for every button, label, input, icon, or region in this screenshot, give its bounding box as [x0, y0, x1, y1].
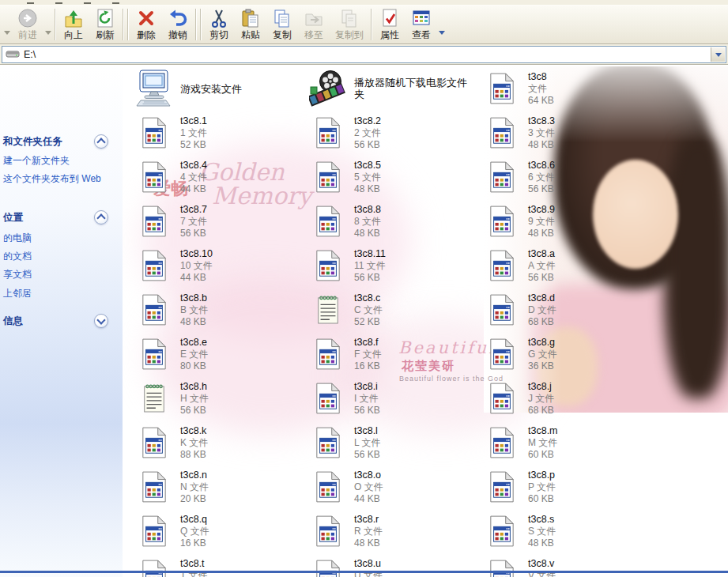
file-tile[interactable]: t3c8.88 文件48 KB — [297, 199, 471, 243]
file-tile[interactable]: 游戏安装文件 — [123, 66, 297, 111]
menu-item-mark — [55, 2, 62, 4]
file-name: t3c8.4 — [180, 160, 207, 172]
file-tile[interactable]: t3c8.kK 文件88 KB — [123, 420, 297, 465]
file-tile-text: t3c8.88 文件48 KB — [354, 204, 381, 239]
file-tile[interactable]: t3c8.jJ 文件68 KB — [471, 376, 645, 420]
file-size: 36 KB — [528, 360, 557, 372]
file-tile[interactable]: t3c8.1010 文件44 KB — [123, 243, 297, 288]
file-tile[interactable]: t3c8.rR 文件48 KB — [297, 509, 471, 553]
appfile-icon — [482, 382, 522, 415]
file-size: 60 KB — [528, 493, 556, 505]
file-tile-text: t3c8.22 文件56 KB — [354, 115, 381, 151]
file-tile[interactable]: 播放器随机下载电影文件夹 — [297, 66, 471, 111]
file-tile-text: t3c8.gG 文件36 KB — [528, 337, 557, 372]
file-tile[interactable]: t3c8.cC 文件52 KB — [297, 288, 471, 332]
file-type: G 文件 — [528, 349, 557, 360]
file-tile[interactable]: t3c8.pP 文件60 KB — [471, 465, 645, 509]
section-file-tasks-chevron[interactable] — [94, 134, 108, 149]
toolbar-separator — [200, 9, 202, 40]
file-tile-text: t3c8.hH 文件56 KB — [180, 381, 209, 417]
link-shared-documents[interactable]: 享文档 — [3, 268, 32, 281]
menu-bar-cropped — [0, 0, 728, 6]
file-tile[interactable]: t3c8.oO 文件44 KB — [297, 465, 471, 509]
move-to-button[interactable]: 移至 — [298, 7, 330, 42]
paste-label: 粘贴 — [241, 28, 260, 42]
link-my-documents[interactable]: 的文档 — [3, 250, 32, 263]
file-tile[interactable]: t3c8.eE 文件80 KB — [123, 332, 297, 376]
file-name: t3c8.e — [180, 337, 208, 349]
file-tile[interactable]: t3c8.bB 文件48 KB — [123, 288, 297, 332]
file-name: t3c8.t — [180, 558, 207, 570]
file-tile[interactable]: t3c8.dD 文件68 KB — [471, 288, 645, 332]
file-tile[interactable]: t3c8.fF 文件16 KB — [297, 332, 471, 376]
appfile-icon — [308, 559, 348, 577]
move-to-label: 移至 — [304, 28, 323, 42]
forward-dropdown-arrow[interactable] — [43, 0, 53, 49]
appfile-icon — [482, 515, 522, 548]
file-tile[interactable]: t3c8.uU 文件48 KB — [297, 553, 471, 577]
file-tile[interactable]: t3c8.66 文件56 KB — [471, 155, 645, 199]
appfile-icon — [482, 160, 522, 194]
file-tile[interactable]: t3c8.11 文件52 KB — [123, 111, 297, 155]
undo-label: 撤销 — [168, 28, 187, 42]
section-other-places-chevron[interactable] — [94, 210, 108, 224]
file-tile[interactable]: t3c8.44 文件44 KB — [123, 155, 297, 199]
file-tile[interactable]: t3c8.qQ 文件16 KB — [123, 509, 297, 553]
file-tile[interactable]: t3c8.nN 文件20 KB — [123, 465, 297, 509]
file-size: 56 KB — [354, 272, 386, 284]
file-type: M 文件 — [528, 437, 558, 449]
address-input[interactable]: E:\ — [2, 46, 726, 63]
file-tile-text: t3c8.dD 文件68 KB — [528, 292, 556, 328]
forward-button[interactable]: 前进 — [12, 7, 43, 42]
file-type: F 文件 — [354, 349, 382, 360]
link-make-new-folder[interactable]: 建一个新文件夹 — [3, 154, 70, 168]
paste-button[interactable]: 粘贴 — [235, 7, 266, 42]
file-tile-text: t3c8.rR 文件48 KB — [354, 514, 383, 549]
address-value: E:\ — [24, 49, 36, 60]
back-dropdown-arrow[interactable] — [2, 0, 12, 49]
up-button[interactable]: 向上 — [58, 7, 89, 42]
view-button[interactable]: 查看 — [405, 7, 437, 42]
file-tile[interactable]: t3c8.1111 文件56 KB — [297, 243, 471, 288]
link-network-places[interactable]: 上邻居 — [3, 287, 32, 300]
file-name: 游戏安装文件 — [180, 83, 242, 95]
copy-label: 复制 — [273, 28, 292, 42]
file-tile-text: t3c8.cC 文件52 KB — [354, 292, 383, 328]
link-my-computer[interactable]: 的电脑 — [3, 232, 32, 245]
file-name: t3c8.d — [528, 292, 556, 304]
section-details-chevron[interactable] — [94, 314, 108, 328]
file-name: t3c8.m — [528, 425, 558, 437]
file-tile[interactable]: t3c8.mM 文件60 KB — [471, 420, 645, 465]
copy-icon — [272, 8, 292, 28]
copy-to-button[interactable]: 复制到 — [330, 7, 369, 42]
view-dropdown-arrow[interactable] — [437, 0, 447, 49]
cut-button[interactable]: 剪切 — [203, 7, 235, 42]
address-dropdown-button[interactable] — [711, 47, 725, 62]
copy-button[interactable]: 复制 — [266, 7, 298, 42]
file-type: 4 文件 — [180, 172, 207, 183]
file-tile[interactable]: t3c8.tT 文件52 KB — [123, 553, 297, 577]
file-tile[interactable]: t3c8.hH 文件56 KB — [123, 376, 297, 420]
delete-button[interactable]: 删除 — [130, 7, 162, 42]
properties-button[interactable]: 属性 — [374, 7, 405, 42]
file-tile[interactable]: t3c8.33 文件48 KB — [471, 111, 645, 155]
file-tile[interactable]: t3c8.22 文件56 KB — [297, 111, 471, 155]
file-name: t3c8.s — [528, 514, 556, 526]
file-tile[interactable]: t3c8.iI 文件56 KB — [297, 376, 471, 420]
file-tile[interactable]: t3c8.lL 文件56 KB — [297, 420, 471, 465]
file-tile[interactable]: t3c8.aA 文件56 KB — [471, 243, 645, 288]
undo-button[interactable]: 撤销 — [162, 7, 194, 42]
refresh-button[interactable]: 刷新 — [89, 7, 121, 42]
file-tile[interactable]: t3c8.gG 文件36 KB — [471, 332, 645, 376]
file-tile[interactable]: t3c8.99 文件48 KB — [471, 199, 645, 243]
file-type: R 文件 — [354, 526, 383, 537]
chevron-up-icon — [96, 138, 105, 146]
file-tile[interactable]: t3c8文件64 KB — [471, 66, 645, 111]
file-tile[interactable]: t3c8.77 文件56 KB — [123, 199, 297, 243]
file-size: 16 KB — [180, 537, 209, 549]
file-name: t3c8.8 — [354, 204, 381, 216]
file-tile[interactable]: t3c8.55 文件48 KB — [297, 155, 471, 199]
file-tile[interactable]: t3c8.vV 文件68 KB — [471, 553, 645, 577]
file-tile[interactable]: t3c8.sS 文件48 KB — [471, 509, 645, 553]
link-publish-to-web[interactable]: 这个文件夹发布到 Web — [3, 172, 101, 186]
